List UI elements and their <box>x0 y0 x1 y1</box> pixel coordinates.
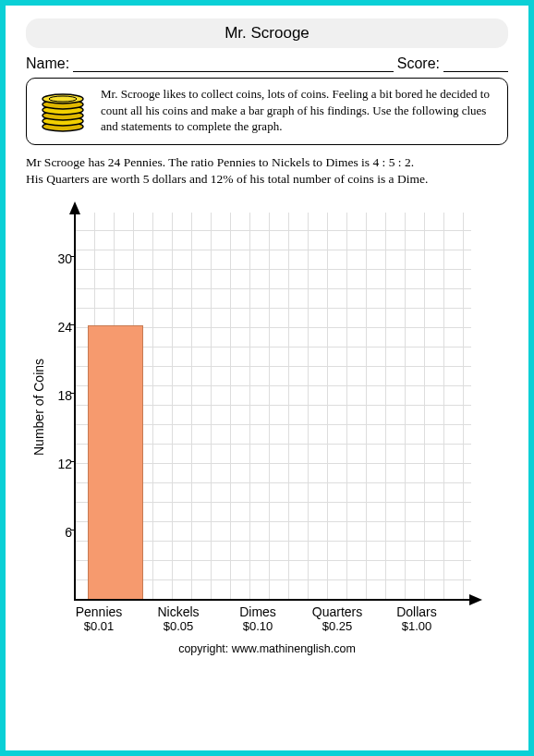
category-value: $0.10 <box>218 619 297 633</box>
y-tick-mark <box>70 324 76 325</box>
problem-text: Mr Scrooge has 24 Pennies. The ratio Pen… <box>26 154 508 189</box>
x-category: Quarters$0.25 <box>297 604 377 633</box>
y-tick-mark <box>70 393 76 394</box>
name-input-line[interactable] <box>73 55 394 72</box>
x-category: Nickels$0.05 <box>139 604 218 633</box>
x-category: Dimes$0.10 <box>218 604 297 633</box>
y-tick-label: 6 <box>65 525 72 540</box>
plot-area <box>74 213 471 601</box>
y-tick-label: 30 <box>57 251 72 266</box>
x-category: Pennies$0.01 <box>59 604 139 633</box>
category-name: Quarters <box>297 604 377 619</box>
coin-stack-icon <box>36 86 90 137</box>
y-axis-arrow-icon <box>69 201 80 214</box>
problem-line-2: His Quarters are worth 5 dollars and 12%… <box>26 171 508 189</box>
y-tick-mark <box>70 256 76 257</box>
category-value: $0.01 <box>59 619 139 633</box>
name-score-row: Name: Score: <box>26 55 508 72</box>
problem-line-1: Mr Scrooge has 24 Pennies. The ratio Pen… <box>26 154 508 172</box>
score-label: Score: <box>397 55 440 72</box>
copyright-text: copyright: www.mathinenglish.com <box>26 642 508 655</box>
score-input-line[interactable] <box>443 55 508 72</box>
y-axis-ticks: 612182430 <box>50 213 74 601</box>
page-title: Mr. Scrooge <box>26 18 508 48</box>
category-name: Pennies <box>59 604 139 619</box>
y-tick-mark <box>70 461 76 462</box>
category-value: $0.25 <box>297 619 377 633</box>
bar-pennies <box>88 325 143 599</box>
y-tick-label: 24 <box>57 320 72 335</box>
x-category: Dollars$1.00 <box>377 604 456 633</box>
intro-text: Mr. Scrooge likes to collect coins, lots… <box>101 86 498 137</box>
x-axis-arrow-icon <box>469 594 482 605</box>
category-name: Dollars <box>377 604 456 619</box>
category-value: $0.05 <box>139 619 218 633</box>
y-tick-mark <box>70 530 76 530</box>
y-tick-label: 18 <box>57 388 72 403</box>
y-tick-label: 12 <box>57 457 72 471</box>
y-axis-label: Number of Coins <box>31 213 46 601</box>
category-value: $1.00 <box>377 619 456 633</box>
name-label: Name: <box>26 55 69 72</box>
intro-box: Mr. Scrooge likes to collect coins, lots… <box>26 78 508 145</box>
category-name: Nickels <box>139 604 218 619</box>
x-axis-labels: Pennies$0.01Nickels$0.05Dimes$0.10Quarte… <box>59 601 456 633</box>
category-name: Dimes <box>218 604 297 619</box>
worksheet-page: Mr. Scrooge Name: Score: Mr. Scrooge lik… <box>6 6 528 750</box>
chart: Number of Coins 612182430 <box>31 213 508 601</box>
